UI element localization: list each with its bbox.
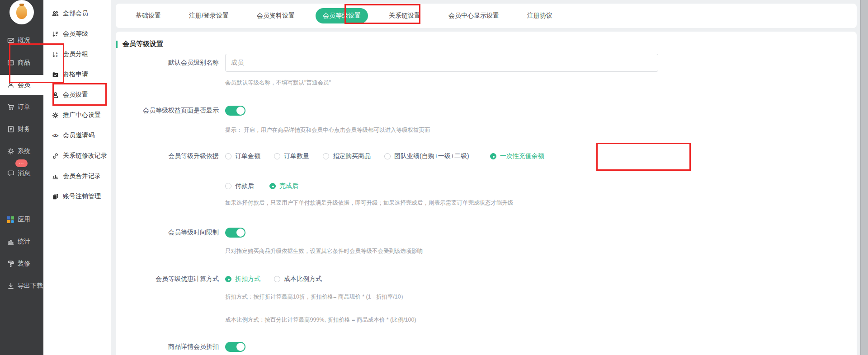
message-icon	[7, 170, 14, 178]
radio-order-quantity[interactable]: 订单数量	[274, 152, 309, 160]
radio-label: 完成后	[279, 182, 298, 190]
radio-after-payment[interactable]: 付款后	[225, 182, 254, 190]
radio-order-amount[interactable]: 订单金额	[225, 152, 260, 160]
subnav-member-settings[interactable]: 会员设置	[52, 88, 111, 102]
message-badge: ...	[15, 159, 28, 167]
default-level-name-input[interactable]	[225, 54, 658, 72]
rights-page-visible-hint: 提示： 开启，用户在商品详情页和会员中心点击会员等级都可以进入等级权益页面	[225, 126, 430, 134]
upgrade-basis-label: 会员等级升级依据	[116, 152, 225, 160]
member-icon	[7, 81, 14, 89]
radio-label: 订单金额	[235, 152, 260, 160]
settings-tab-bar: 基础设置 注册/登录设置 会员资料设置 会员等级设置 关系链设置 会员中心显示设…	[116, 4, 857, 28]
main-area: 基础设置 注册/登录设置 会员资料设置 会员等级设置 关系链设置 会员中心显示设…	[111, 0, 860, 355]
subnav-all-members[interactable]: 全部会员	[52, 7, 111, 20]
avatar[interactable]	[9, 0, 34, 24]
detail-discount-toggle[interactable]	[225, 342, 245, 352]
system-icon	[7, 148, 14, 155]
promotion-gear-icon	[52, 112, 59, 119]
merge-record-icon	[52, 173, 59, 180]
sidebar-item-member[interactable]: 会员	[0, 75, 43, 95]
subnav-label: 关系链修改记录	[63, 152, 107, 160]
sidebar-item-goods[interactable]: 商品	[0, 53, 43, 73]
radio-label: 订单数量	[284, 152, 309, 160]
section-title: 会员等级设置	[116, 40, 857, 48]
sidebar-item-stats[interactable]: 统计	[0, 232, 43, 252]
discount-mode-hint: 折扣方式：按打折计算最高10折，折扣价格= 商品现价 * (1 - 折扣率/10…	[225, 293, 406, 301]
subnav-promotion-settings[interactable]: 推广中心设置	[52, 108, 111, 122]
section-title-text: 会员等级设置	[123, 40, 163, 48]
sidebar-item-label: 概况	[18, 37, 30, 45]
subnav-account-cancellation[interactable]: 账号注销管理	[52, 190, 111, 203]
subnav-invite-code[interactable]: </> 会员邀请码	[52, 129, 111, 142]
subnav-label: 会员合并记录	[63, 172, 101, 180]
time-limit-label: 会员等级时间限制	[116, 229, 225, 237]
time-limit-toggle[interactable]	[225, 228, 245, 238]
rights-page-visible-toggle[interactable]	[225, 106, 245, 116]
radio-circle	[225, 183, 231, 189]
sidebar-item-overview[interactable]: 概况	[0, 31, 43, 51]
subnav-member-group[interactable]: AZ 会员分组	[52, 47, 111, 61]
radio-label: 折扣方式	[235, 275, 260, 283]
sidebar-item-label: 系统	[18, 147, 30, 155]
subnav-label: 资格申请	[63, 70, 88, 79]
export-icon	[7, 282, 14, 290]
subnav-label: 会员邀请码	[63, 131, 94, 140]
radio-circle	[384, 153, 391, 159]
sidebar-item-apps[interactable]: 应用	[0, 210, 43, 229]
radio-after-completion[interactable]: 完成后	[269, 182, 298, 190]
sidebar-item-decorate[interactable]: 装修	[0, 254, 43, 274]
order-icon	[7, 103, 14, 111]
subnav-qualification[interactable]: 资格申请	[52, 68, 111, 81]
radio-cost-ratio-mode[interactable]: 成本比例方式	[274, 275, 322, 283]
radio-circle	[274, 276, 280, 282]
stats-icon	[7, 238, 14, 246]
sidebar-item-label: 装修	[18, 260, 30, 268]
member-level-settings-panel: 会员等级设置 默认会员级别名称 会员默认等级名称，不填写默认"普通会员" 会员等…	[116, 32, 857, 355]
svg-text:Z: Z	[56, 54, 57, 57]
tab-basic-settings[interactable]: 基础设置	[128, 8, 168, 23]
logo-lantern	[16, 5, 27, 19]
radio-specified-goods[interactable]: 指定购买商品	[323, 152, 371, 160]
radio-discount-mode[interactable]: 折扣方式	[225, 275, 260, 283]
default-level-name-hint: 会员默认等级名称，不填写默认"普通会员"	[225, 79, 331, 87]
detail-discount-label: 商品详情会员折扣	[116, 343, 225, 351]
radio-team-performance[interactable]: 团队业绩(自购+一级+二级)	[384, 152, 469, 160]
sidebar-item-system[interactable]: 系统	[0, 141, 43, 161]
sidebar-item-label: 商品	[18, 59, 30, 67]
upgrade-timing-hint: 如果选择付款后，只要用户下单付款满足升级依据，即可升级；如果选择完成后，则表示需…	[225, 199, 514, 207]
sidebar-item-label: 导出下载	[18, 282, 43, 290]
subnav-member-level[interactable]: 会员等级	[52, 27, 111, 41]
subnav-label: 全部会员	[63, 9, 88, 18]
tab-register-login-settings[interactable]: 注册/登录设置	[182, 8, 236, 23]
vertical-scrollbar[interactable]	[860, 0, 868, 355]
sidebar-item-label: 财务	[18, 125, 30, 133]
tab-member-level-settings[interactable]: 会员等级设置	[316, 8, 368, 23]
tab-relation-chain-settings[interactable]: 关系链设置	[382, 8, 428, 23]
primary-sidebar: 概况 商品 会员 订单 财务 系统 消息 ...	[0, 0, 43, 355]
sidebar-item-message[interactable]: 消息 ...	[0, 163, 43, 183]
tab-member-profile-settings[interactable]: 会员资料设置	[250, 8, 302, 23]
subnav-merge-records[interactable]: 会员合并记录	[52, 169, 111, 183]
toggle-knob	[236, 107, 245, 115]
radio-circle	[269, 183, 276, 189]
secondary-sidebar: 全部会员 会员等级 AZ 会员分组 资格申请 会员设置 推广中心设置 </> 会…	[43, 0, 111, 355]
goods-icon	[7, 59, 14, 67]
radio-label: 团队业绩(自购+一级+二级)	[394, 152, 469, 160]
subnav-label: 推广中心设置	[63, 111, 101, 119]
subnav-relation-records[interactable]: 关系链修改记录	[52, 149, 111, 163]
default-level-name-label: 默认会员级别名称	[116, 59, 225, 67]
sidebar-item-label: 统计	[18, 238, 30, 246]
sidebar-item-export[interactable]: 导出下载	[0, 276, 43, 296]
tab-register-agreement[interactable]: 注册协议	[520, 8, 560, 23]
sidebar-item-order[interactable]: 订单	[0, 97, 43, 117]
tab-member-center-display-settings[interactable]: 会员中心显示设置	[441, 8, 506, 23]
sidebar-item-finance[interactable]: 财务	[0, 119, 43, 139]
cost-ratio-hint: 成本比例方式：按百分比计算最高999%, 折扣价格 = 商品成本价 * (比例/…	[225, 316, 416, 324]
invite-code-icon: </>	[52, 132, 59, 139]
overview-icon	[7, 37, 14, 45]
radio-one-time-recharge[interactable]: 一次性充值余额	[490, 152, 544, 160]
section-title-bar	[116, 41, 118, 48]
sort-group-icon: AZ	[52, 51, 59, 58]
subnav-label: 会员设置	[63, 91, 88, 99]
radio-circle	[490, 153, 496, 159]
